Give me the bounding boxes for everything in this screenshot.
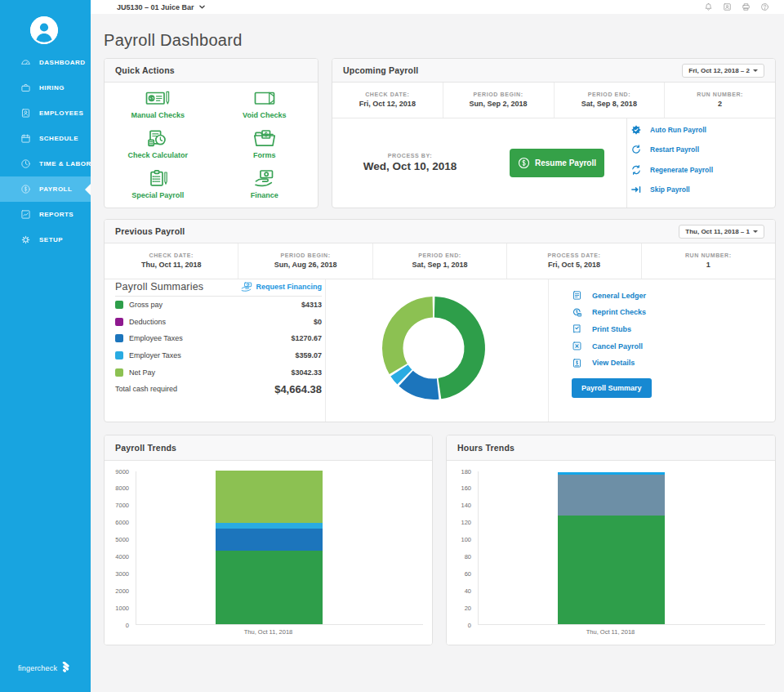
quick-action-void-checks[interactable]: Void Checks [212, 84, 318, 124]
payroll-summaries-title: Payroll Summaries [115, 281, 203, 292]
total-cash-required-row: Total cash required $4,664.38 [115, 383, 322, 395]
financing-hand-money-icon [241, 282, 253, 292]
quick-action-special-payroll[interactable]: Special Payroll [105, 163, 212, 203]
link-label: Cancel Payroll [592, 342, 643, 350]
total-cash-required-value: $4,664.38 [274, 383, 322, 395]
sidebar-item-dashboard[interactable]: DASHBOARD [0, 50, 91, 75]
payroll-summary-button[interactable]: Payroll Summary [572, 378, 652, 398]
quick-action-forms[interactable]: Forms [212, 124, 318, 164]
sidebar-item-hiring[interactable]: HIRING [0, 75, 91, 100]
payroll-trends-title: Payroll Trends [115, 443, 176, 453]
topbar: JU5130 – 01 Juice Bar [91, 0, 784, 14]
skip-payroll-action[interactable]: Skip Payroll [630, 180, 775, 200]
legend-swatch [115, 334, 123, 342]
stat-column: RUN NUMBER:2 [665, 83, 775, 118]
auto-run-payroll-action[interactable]: Auto Run Payroll [630, 120, 775, 141]
upcoming-payroll-selector-value: Fri, Oct 12, 2018 – 2 [688, 67, 750, 74]
y-tick-label: 0 [447, 622, 471, 629]
y-tick-label: 4000 [105, 553, 129, 560]
y-tick-label: 9000 [105, 468, 129, 475]
stat-label: CHECK DATE: [332, 92, 443, 97]
help-icon[interactable] [760, 2, 769, 11]
schedule-icon [20, 133, 32, 145]
general-ledger-link[interactable]: General Ledger [572, 288, 775, 305]
user-silhouette-icon [30, 16, 58, 44]
avatar[interactable] [30, 16, 58, 44]
bar-segment-series-3 [558, 472, 665, 475]
payroll-trends-header: Payroll Trends [105, 435, 432, 461]
print-stubs-link[interactable]: Print Stubs [572, 321, 775, 338]
stacked-bar[interactable] [216, 471, 323, 624]
request-financing-link[interactable]: Request Financing [241, 282, 322, 292]
upcoming-payroll-stats: CHECK DATE:Fri, Oct 12, 2018PERIOD BEGIN… [332, 83, 775, 118]
previous-payroll-selector[interactable]: Thu, Oct 11, 2018 – 1 [679, 225, 764, 239]
legend-swatch [115, 351, 123, 359]
sidebar-item-setup[interactable]: SETUP [0, 227, 91, 252]
quick-actions-grid: Manual ChecksVoid ChecksCheck Calculator… [105, 83, 318, 208]
payroll-trends-chart: 9000800070006000500040003000200010000Thu… [105, 461, 432, 645]
quick-action-check-calculator[interactable]: Check Calculator [105, 124, 212, 164]
quick-action-finance[interactable]: Finance [212, 163, 318, 203]
dollar-circle-icon [518, 157, 530, 169]
reprint-checks-link[interactable]: Reprint Checks [572, 304, 775, 321]
upcoming-payroll-card: Upcoming Payroll Fri, Oct 12, 2018 – 2 C… [332, 58, 776, 208]
sidebar-item-label: REPORTS [39, 211, 74, 218]
stat-column: PERIOD BEGIN:Sun, Aug 26, 2018 [238, 243, 372, 279]
stat-label: PERIOD END: [555, 92, 665, 97]
restart-icon [630, 144, 642, 155]
legend-swatch [115, 318, 123, 326]
reports-icon [20, 209, 32, 221]
quick-action-label: Check Calculator [127, 151, 188, 159]
payroll-trends-card: Payroll Trends 9000800070006000500040003… [104, 435, 433, 645]
printer-icon[interactable] [742, 2, 751, 11]
sidebar-item-reports[interactable]: REPORTS [0, 202, 91, 227]
company-selector-label: JU5130 – 01 Juice Bar [117, 3, 194, 11]
payroll-icon [20, 184, 32, 195]
quick-action-label: Void Checks [243, 111, 286, 119]
stat-column: RUN NUMBER:1 [642, 243, 775, 279]
sidebar-item-time-labor[interactable]: TIME & LABOR [0, 151, 91, 176]
stacked-bar[interactable] [558, 471, 665, 624]
company-selector[interactable]: JU5130 – 01 Juice Bar [117, 3, 206, 11]
stat-column: PROCESS DATE:Fri, Oct 5, 2018 [507, 243, 641, 279]
id-card-icon[interactable] [723, 2, 732, 11]
sidebar-item-payroll[interactable]: PAYROLL [0, 176, 91, 202]
stat-label: PERIOD BEGIN: [238, 252, 372, 258]
sidebar-item-employees[interactable]: EMPLOYEES [0, 100, 91, 126]
void-checks-icon [252, 88, 277, 109]
quick-action-label: Finance [251, 191, 278, 199]
quick-action-manual-checks[interactable]: Manual Checks [105, 84, 212, 124]
summary-row: Gross pay$4313 [115, 297, 322, 314]
notifications-icon[interactable] [704, 2, 713, 11]
y-tick-label: 160 [447, 484, 471, 492]
upcoming-payroll-selector[interactable]: Fri, Oct 12, 2018 – 2 [682, 64, 764, 78]
y-tick-label: 0 [105, 622, 129, 629]
summary-row: Net Pay$3042.33 [115, 364, 322, 381]
action-label: Skip Payroll [650, 185, 690, 194]
trends-row: Payroll Trends 9000800070006000500040003… [104, 435, 776, 645]
summary-value: $0 [314, 318, 322, 326]
hours-trends-card: Hours Trends 180160140120100806040200Thu… [446, 435, 776, 645]
reprint-checks-icon [572, 307, 582, 318]
sidebar-item-label: SCHEDULE [39, 135, 78, 142]
summary-value: $359.07 [295, 351, 322, 359]
manual-checks-icon [145, 88, 170, 109]
y-tick-label: 5000 [105, 536, 129, 543]
special-payroll-icon [145, 168, 170, 189]
time-labor-icon [20, 158, 32, 170]
resume-payroll-button[interactable]: Resume Payroll [510, 149, 604, 177]
stat-value: Thu, Oct 11, 2018 [105, 261, 238, 269]
bar-segment-employer-taxes [216, 523, 323, 529]
cancel-payroll-link[interactable]: Cancel Payroll [572, 337, 775, 355]
regenerate-payroll-action[interactable]: Regenerate Payroll [630, 160, 775, 181]
sidebar-nav: DASHBOARDHIRINGEMPLOYEESSCHEDULETIME & L… [0, 50, 91, 252]
view-details-link[interactable]: View Details [572, 355, 775, 372]
sidebar-item-schedule[interactable]: SCHEDULE [0, 126, 91, 151]
sidebar-item-label: HIRING [39, 84, 65, 92]
stat-label: RUN NUMBER: [665, 92, 775, 97]
check-calculator-icon [145, 128, 170, 149]
action-label: Restart Payroll [650, 145, 699, 154]
hours-trends-chart: 180160140120100806040200Thu, Oct 11, 201… [447, 461, 775, 645]
page-title: Payroll Dashboard [104, 29, 776, 51]
restart-payroll-action[interactable]: Restart Payroll [630, 140, 775, 160]
